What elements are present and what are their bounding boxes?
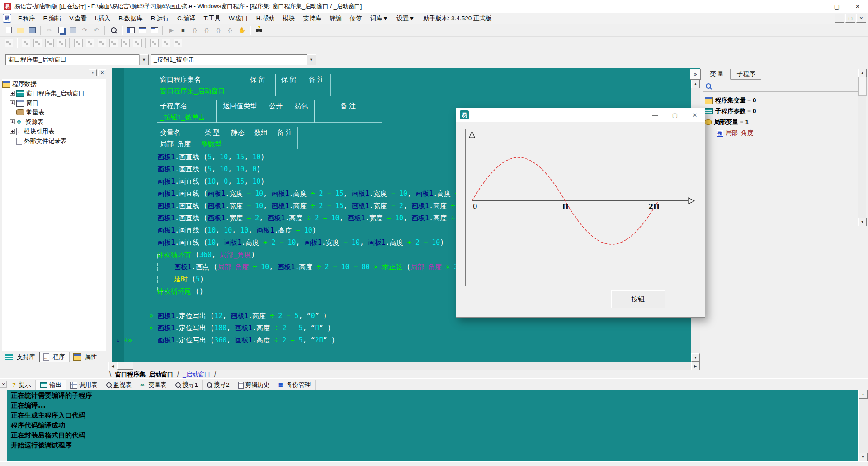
variable-item-局部变量 − 1[interactable]: 局部变量 − 1 — [705, 117, 854, 128]
step-into-button[interactable]: {} — [189, 25, 200, 35]
menu-item-5[interactable]: R.运行 — [147, 14, 174, 24]
menu-item-0[interactable]: F.程序 — [14, 14, 39, 24]
table-cell[interactable] — [288, 111, 315, 123]
save-button[interactable] — [27, 25, 38, 35]
tree-item-程序数据[interactable]: 程序数据 — [2, 79, 105, 89]
form-grid-button[interactable] — [3, 38, 14, 48]
menu-item-4[interactable]: B.数据库 — [114, 14, 146, 24]
chevron-down-icon[interactable]: ▼ — [139, 54, 149, 65]
output-tab-输出[interactable]: 输出 — [36, 380, 66, 390]
output-tab-剪辑历史[interactable]: 剪辑历史 — [234, 380, 274, 390]
panel-titlebar[interactable]: ▫ ✕ — [0, 68, 108, 78]
tree-item-常量表...[interactable]: 常量表... — [2, 108, 105, 117]
code-line-15[interactable]: »画板1.定位写出 (180, 画板1.高度 ÷ 2 − 5, “Π” ) — [112, 322, 700, 334]
maximize-button[interactable]: ▢ — [826, 0, 847, 13]
table-cell[interactable] — [250, 138, 272, 149]
mdi-restore-button[interactable]: ▢ — [845, 14, 855, 23]
tab-属性[interactable]: 属性 — [69, 352, 101, 362]
scroll-down-icon[interactable]: ▼ — [858, 218, 867, 226]
menu-item-13[interactable]: 便签 — [346, 14, 366, 24]
tree-item-模块引用表[interactable]: +模块引用表 — [2, 127, 105, 136]
align-top-button[interactable] — [96, 38, 107, 48]
flip-h-button[interactable] — [44, 38, 55, 48]
same-h-button[interactable] — [120, 38, 131, 48]
scrollbar-thumb[interactable] — [858, 77, 867, 96]
table-cell[interactable] — [226, 138, 250, 149]
menu-item-8[interactable]: W.窗口 — [225, 14, 252, 24]
move-right-button[interactable] — [32, 38, 43, 48]
table-cell[interactable]: 窗口程序集_启动窗口 — [157, 85, 240, 96]
output-console[interactable]: 正在统计需要编译的子程序正在编译...正在生成主程序入口代码程序代码编译成功正在… — [7, 390, 859, 461]
cut-button[interactable]: ✂ — [44, 25, 55, 35]
pause-button[interactable]: ✋ — [236, 25, 247, 35]
same-v-button[interactable] — [132, 38, 142, 48]
output-tab-调用表[interactable]: 调用表 — [66, 380, 102, 390]
panel-scrollbar[interactable]: ▲ ▼ — [858, 69, 866, 226]
scrollbar-track[interactable] — [133, 362, 691, 370]
menu-item-3[interactable]: I.插入 — [91, 14, 115, 24]
expand-icon[interactable]: + — [10, 100, 15, 105]
find-in-files-button[interactable]: ? — [254, 25, 264, 35]
scroll-up-icon[interactable]: ▲ — [691, 80, 700, 88]
table-cell[interactable] — [272, 138, 298, 149]
table-cell[interactable] — [216, 111, 264, 123]
drag-grip[interactable] — [3, 72, 86, 74]
layout-grid-button[interactable] — [149, 25, 160, 35]
scrollbar-thumb[interactable] — [117, 362, 133, 370]
menu-item-14[interactable]: 词库▼ — [366, 14, 392, 24]
table-cell[interactable]: 局部_角度 — [157, 138, 198, 149]
paste-button[interactable] — [67, 25, 78, 35]
new-file-button[interactable] — [3, 25, 14, 35]
output-scrollbar[interactable]: ▲ ▼ — [859, 390, 868, 461]
assembly-combo[interactable]: 窗口程序集_启动窗口 ▼ — [5, 54, 149, 65]
find-button[interactable] — [108, 25, 119, 35]
maximize-button[interactable]: ▢ — [665, 108, 685, 122]
output-tab-搜寻2[interactable]: 搜寻2 — [203, 380, 234, 390]
editor-horizontal-scrollbar[interactable]: ◀ ▶ — [108, 362, 700, 370]
tab-支持库[interactable]: 支持库 — [1, 352, 39, 362]
flip-v-button[interactable] — [56, 38, 66, 48]
tree-item-窗口[interactable]: +窗口 — [2, 98, 105, 108]
editor-tab-_启动窗口[interactable]: _启动窗口 — [180, 371, 213, 379]
scroll-up-icon[interactable]: ▲ — [858, 69, 867, 77]
output-tab-变量表[interactable]: 变量表 — [136, 380, 171, 390]
menu-item-7[interactable]: T.工具 — [200, 14, 225, 24]
move-left-button[interactable] — [20, 38, 31, 48]
expand-icon[interactable]: + — [10, 129, 15, 134]
scroll-down-icon[interactable]: ▼ — [859, 453, 868, 461]
tab-子程序[interactable]: 子程序 — [731, 69, 762, 80]
open-file-button[interactable] — [15, 25, 26, 35]
table-cell[interactable] — [264, 111, 288, 123]
minimize-button[interactable]: — — [806, 0, 826, 13]
variable-item-局部_角度[interactable]: 整局部_角度 — [705, 128, 854, 138]
code-line-16[interactable]: ↓ +»画板1.定位写出 (360, 画板1.高度 ÷ 2 − 5, “2Π” … — [112, 334, 700, 347]
align-left-button[interactable] — [73, 38, 84, 48]
align-center-button[interactable] — [85, 38, 95, 48]
program-button[interactable]: 按钮 — [611, 290, 665, 308]
fit-both-button[interactable] — [172, 38, 183, 48]
tab-程序[interactable]: 程序 — [39, 352, 69, 362]
tree-item-资源表[interactable]: +资源表 — [2, 117, 105, 127]
step-out-button[interactable]: {} — [213, 25, 224, 35]
menu-item-9[interactable]: H.帮助 — [252, 14, 279, 24]
copy-button[interactable] — [56, 25, 66, 35]
table-cell[interactable]: 整数型 — [198, 138, 226, 149]
table-cell[interactable]: _按钮1_被单击 — [157, 111, 217, 123]
collapse-panel-button[interactable]: » — [690, 69, 701, 80]
close-button[interactable]: ✕ — [847, 0, 868, 13]
variable-search-box[interactable] — [703, 81, 859, 92]
menu-item-11[interactable]: 支持库 — [299, 14, 326, 24]
mdi-minimize-button[interactable]: — — [835, 14, 844, 23]
redo-button[interactable]: ↷ — [79, 25, 90, 35]
align-bottom-button[interactable] — [108, 38, 119, 48]
chevron-down-icon[interactable]: ▼ — [307, 54, 316, 65]
close-button[interactable]: ✕ — [685, 108, 705, 122]
tab-变量[interactable]: 变 量 — [703, 69, 731, 80]
menu-item-12[interactable]: 静编 — [326, 14, 346, 24]
running-program-window[interactable]: 易 — ▢ ✕ 0 Π 2Π 按钮 — [456, 108, 705, 318]
table-data-row[interactable]: 局部_角度整数型 — [157, 138, 298, 149]
program-window-titlebar[interactable]: 易 — ▢ ✕ — [456, 108, 705, 122]
fit-height-button[interactable] — [160, 38, 171, 48]
tree-item-外部文件记录表[interactable]: 外部文件记录表 — [2, 136, 105, 146]
scroll-up-icon[interactable]: ▲ — [859, 390, 868, 399]
